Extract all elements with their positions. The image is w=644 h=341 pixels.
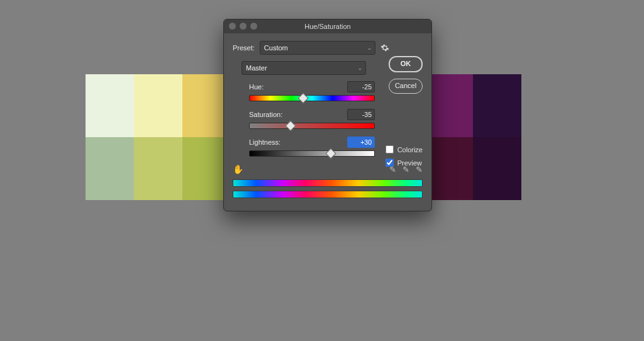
slider-thumb[interactable] xyxy=(325,148,336,159)
spectrum-bar-top[interactable] xyxy=(233,179,423,187)
hue-slider[interactable] xyxy=(249,95,375,101)
hue-input[interactable]: -25 xyxy=(347,81,375,92)
chevron-down-icon: ⌵ xyxy=(358,65,362,71)
hue-label: Hue: xyxy=(249,83,264,91)
lightness-label: Lightness: xyxy=(249,138,280,146)
saturation-input[interactable]: -35 xyxy=(347,109,375,120)
swatch-cell xyxy=(473,137,521,200)
range-value: Master xyxy=(246,64,267,72)
preset-label: Preset: xyxy=(233,44,255,52)
swatch-cell xyxy=(134,137,182,200)
preview-checkbox[interactable]: Preview xyxy=(386,159,423,167)
ok-button[interactable]: OK xyxy=(389,56,423,72)
lightness-slider[interactable] xyxy=(249,150,375,157)
preview-input[interactable] xyxy=(386,159,394,167)
swatch-cell xyxy=(521,137,570,200)
preset-dropdown[interactable]: Custom ⌵ xyxy=(260,41,375,55)
dialog-title: Hue/Saturation xyxy=(304,23,350,30)
chevron-down-icon: ⌵ xyxy=(368,45,371,51)
hue-saturation-dialog: Hue/Saturation Preset: Custom ⌵ Master ⌵ xyxy=(223,19,432,211)
colorize-input[interactable] xyxy=(386,145,394,154)
dialog-titlebar[interactable]: Hue/Saturation xyxy=(224,20,431,33)
range-dropdown[interactable]: Master ⌵ xyxy=(242,61,366,75)
colorize-checkbox[interactable]: Colorize xyxy=(386,145,423,154)
swatch-cell xyxy=(86,137,134,200)
saturation-label: Saturation: xyxy=(249,111,282,118)
cancel-button[interactable]: Cancel xyxy=(389,79,423,94)
saturation-slider-row: Saturation: -35 xyxy=(249,109,375,129)
lightness-slider-row: Lightness: +30 xyxy=(249,137,375,157)
hue-slider-row: Hue: -25 xyxy=(249,81,375,101)
spectrum-bar-bottom[interactable] xyxy=(233,191,423,198)
scrubby-hand-icon[interactable]: ✋ xyxy=(233,164,243,174)
colorize-label: Colorize xyxy=(397,146,423,154)
gear-icon[interactable] xyxy=(380,43,389,52)
zoom-icon[interactable] xyxy=(250,23,257,30)
close-icon[interactable] xyxy=(229,23,236,30)
traffic-lights[interactable] xyxy=(229,23,257,30)
preview-label: Preview xyxy=(397,159,422,167)
saturation-slider[interactable] xyxy=(249,123,375,129)
slider-thumb[interactable] xyxy=(286,121,296,131)
lightness-input[interactable]: +30 xyxy=(347,137,375,148)
slider-thumb[interactable] xyxy=(298,93,309,104)
preset-value: Custom xyxy=(264,44,288,52)
minimize-icon[interactable] xyxy=(240,23,247,30)
